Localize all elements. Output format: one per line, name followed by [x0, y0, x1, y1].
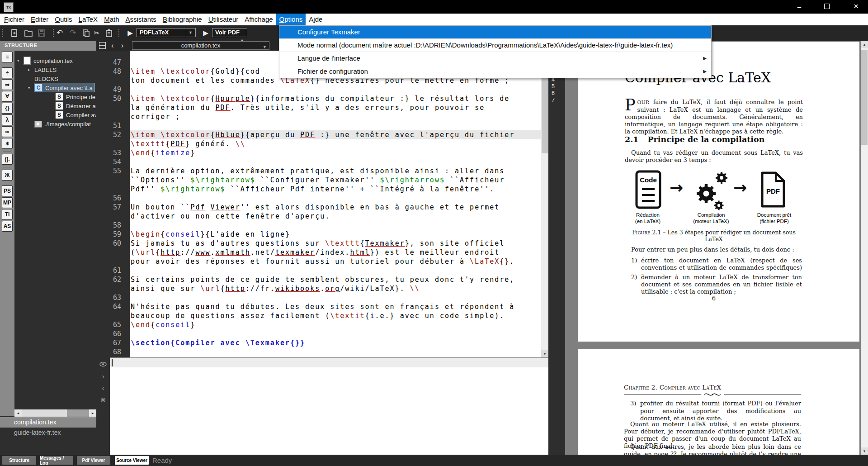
editor-scrollbar[interactable]: ▴ ▾ [541, 51, 548, 357]
menu-item-affichage[interactable]: Affichage [241, 14, 276, 25]
metapost-tab[interactable]: MP [2, 197, 13, 208]
greek-letters-tab[interactable]: λ [2, 114, 13, 125]
code-line[interactable] [130, 293, 541, 302]
log-panel[interactable] [110, 357, 548, 455]
menu-item-bibliographie[interactable]: Bibliographie [160, 14, 205, 25]
expander-icon[interactable]: ▸ [28, 67, 34, 72]
cut-button[interactable]: ✂ [92, 29, 101, 38]
structure-horizontal-scrollbar[interactable]: ◂ ▸ [14, 409, 96, 417]
toolbar-handle[interactable] [118, 29, 121, 37]
scroll-down-icon[interactable]: ▾ [861, 447, 868, 455]
tree-item[interactable]: ▾CCompiler avec \La [14, 83, 96, 92]
previous-document-button[interactable]: ‹ [111, 41, 113, 51]
tree-item[interactable]: ▸LABELS [14, 65, 96, 74]
pdf-page-list-item[interactable]: 7 [552, 97, 555, 103]
pdf-viewer[interactable]: Compiler avec LaTeX POUR faire du LaTeX,… [565, 41, 861, 455]
structure-tab[interactable]: ≡ [2, 52, 13, 62]
panel-toggle-icon[interactable] [99, 42, 106, 49]
scrollbar-thumb[interactable] [861, 50, 868, 145]
menu-item-latex[interactable]: LaTeX [75, 14, 101, 25]
code-line[interactable]: \section{Compiler avec \Texmaker{}} [130, 338, 541, 347]
code-line[interactable] [130, 157, 541, 166]
current-code-line[interactable]: \item \textcolor{Hblue}{aperçu du PDF :}… [130, 130, 541, 139]
toolbar-handle[interactable] [2, 29, 5, 37]
scroll-up-icon[interactable]: ▴ [861, 41, 868, 48]
code-line[interactable]: Si certains points de ce guide te semble… [130, 275, 541, 284]
asymptote-tab[interactable]: AS [2, 221, 13, 232]
new-document-button[interactable] [10, 29, 19, 38]
minimize-button[interactable]: – [789, 0, 810, 13]
options-menu-item[interactable]: Langue de l'interface▶ [279, 52, 711, 65]
code-line[interactable]: ``Options'' $\rightarrow$ ``Configurer T… [130, 176, 541, 185]
code-line[interactable] [130, 194, 541, 203]
scroll-right-icon[interactable]: ▸ [89, 409, 96, 417]
menu-item-editer[interactable]: Editer [28, 14, 52, 25]
code-line[interactable] [130, 121, 541, 130]
close-log-icon[interactable]: ⊗ [96, 396, 110, 404]
statusbar-button-pdf-viewer[interactable]: Pdf Viewer [77, 456, 110, 465]
scrollbar-thumb[interactable] [22, 409, 67, 417]
user-symbols-tab[interactable]: Ж [2, 170, 13, 181]
code-line[interactable] [130, 85, 541, 94]
menu-item-aide[interactable]: Aide [306, 14, 326, 25]
statusbar-button-messages-log[interactable]: Messages / Log [40, 456, 73, 465]
code-line[interactable]: \end{conseil} [130, 320, 541, 329]
code-line[interactable]: Si jamais tu as d'autres questions sur \… [130, 239, 541, 248]
previous-icon[interactable]: ‹ [96, 384, 110, 392]
statusbar-button-structure[interactable]: Structure [2, 456, 36, 465]
code-line[interactable] [130, 266, 541, 275]
code-line[interactable]: \end{itemize} [130, 148, 541, 157]
menu-item-outils[interactable]: Outils [52, 14, 75, 25]
close-button[interactable]: × [844, 0, 868, 13]
misc-symbols-tab[interactable]: ∀ [2, 91, 13, 102]
menu-item-fichier[interactable]: Fichier [1, 14, 28, 25]
code-line[interactable]: la génération du PDF. Très utile, s'il y… [130, 103, 541, 112]
redo-button[interactable]: ↷ [68, 29, 77, 38]
pstricks-tab[interactable]: PS [2, 185, 13, 196]
pdf-page-list-item[interactable]: 5 [552, 83, 555, 90]
code-line[interactable]: La dernière option, extrêmement pratique… [130, 166, 541, 176]
scroll-down-icon[interactable]: ▾ [541, 350, 548, 357]
menu-item-assistants[interactable]: Assistants [123, 14, 160, 25]
delimiters-tab[interactable]: {} [2, 103, 13, 114]
tree-item[interactable]: ▾compilation.tex [14, 56, 96, 65]
code-line[interactable]: \item \textcolor{Hpurple}{informations d… [130, 94, 541, 103]
expander-icon[interactable]: ▾ [28, 86, 34, 90]
code-line[interactable] [130, 347, 541, 357]
pdf-scrollbar[interactable]: ▴ ▾ [861, 41, 868, 455]
tikz-tab[interactable]: TI [2, 209, 13, 220]
code-line[interactable]: d'activer ou non cette fenêtre d'aperçu. [130, 212, 541, 221]
code-line[interactable]: ainsi que sur \url{http://fr.wikibooks.o… [130, 284, 541, 293]
open-file-select[interactable]: compilation.tex ▼ [132, 41, 269, 50]
options-menu-item[interactable]: Fichier de configuration▶ [279, 65, 711, 78]
tree-item[interactable]: SDémarrer av [14, 101, 96, 110]
code-line[interactable]: Un bouton ``Pdf Viewer'' est alors dispo… [130, 203, 541, 212]
run-view-button[interactable]: ▶ [201, 29, 210, 38]
code-line[interactable]: \texttt{PDF} généré. \\ [130, 139, 541, 148]
log-line[interactable] [110, 358, 548, 367]
open-file-button[interactable] [24, 29, 33, 38]
open-file-item[interactable]: guide-latex-fr.tex [0, 428, 96, 455]
menu-item-utilisateur[interactable]: Utilisateur [205, 14, 242, 25]
maximize-button[interactable] [816, 0, 837, 13]
copy-button[interactable] [81, 29, 90, 38]
tree-item[interactable]: SPrincipe de la [14, 92, 96, 101]
pdf-page-list-item[interactable]: 6 [552, 90, 555, 96]
menu-item-math[interactable]: Math [101, 14, 122, 25]
options-menu-item[interactable]: Configurer Texmaker [279, 26, 711, 38]
compile-command-select[interactable]: PDFLaTeX ▼ [137, 28, 196, 37]
code-line[interactable]: (\url{http://www.xmlmath.net/texmaker/in… [130, 248, 541, 257]
scroll-left-icon[interactable]: ◂ [14, 409, 22, 417]
brackets-tab[interactable]: (]. [2, 154, 13, 165]
next-icon[interactable]: › [96, 372, 110, 380]
code-line[interactable]: N'hésite pas quand tu débutes. Les deux … [130, 302, 541, 311]
arrow-symbols-tab[interactable]: ⇒ [2, 79, 13, 90]
run-compile-button[interactable]: ▶ [126, 29, 135, 38]
most-used-symbols-tab[interactable]: ∗ [2, 138, 13, 149]
tree-item[interactable]: ./Images/compilat [14, 119, 96, 128]
options-menu-item[interactable]: Mode normal (document maître actuel :D:\… [279, 38, 711, 52]
relation-symbols-tab[interactable]: ÷ [2, 67, 13, 78]
menu-item-options[interactable]: Options [276, 14, 306, 25]
undo-button[interactable]: ↶ [55, 29, 64, 38]
paste-button[interactable] [104, 29, 113, 38]
